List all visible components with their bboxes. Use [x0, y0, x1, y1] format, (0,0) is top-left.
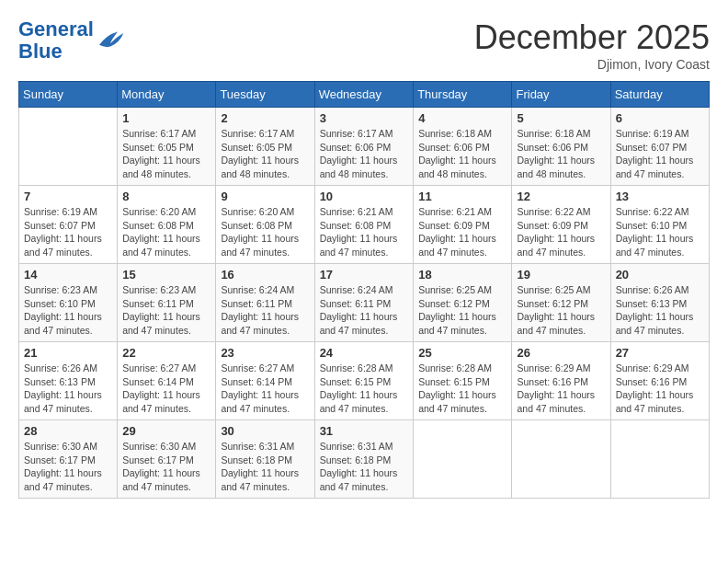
day-info: Sunrise: 6:21 AM Sunset: 6:09 PM Dayligh… [418, 205, 506, 259]
page-header: General Blue December 2025 Djimon, Ivory… [18, 18, 710, 72]
column-header-wednesday: Wednesday [314, 82, 414, 108]
calendar-cell: 30Sunrise: 6:31 AM Sunset: 6:18 PM Dayli… [216, 420, 314, 499]
day-info: Sunrise: 6:22 AM Sunset: 6:09 PM Dayligh… [517, 205, 605, 259]
day-number: 4 [418, 111, 506, 125]
column-header-saturday: Saturday [610, 82, 709, 108]
calendar-cell: 21Sunrise: 6:26 AM Sunset: 6:13 PM Dayli… [19, 342, 118, 420]
day-info: Sunrise: 6:24 AM Sunset: 6:11 PM Dayligh… [320, 283, 409, 338]
calendar-cell: 24Sunrise: 6:28 AM Sunset: 6:15 PM Dayli… [314, 342, 414, 420]
column-header-thursday: Thursday [414, 82, 512, 108]
calendar-cell [414, 420, 512, 499]
day-info: Sunrise: 6:20 AM Sunset: 6:08 PM Dayligh… [122, 205, 210, 259]
day-info: Sunrise: 6:24 AM Sunset: 6:11 PM Dayligh… [221, 283, 309, 338]
day-info: Sunrise: 6:17 AM Sunset: 6:05 PM Dayligh… [122, 127, 210, 181]
day-number: 31 [320, 424, 409, 438]
day-number: 2 [221, 111, 309, 125]
day-info: Sunrise: 6:29 AM Sunset: 6:16 PM Dayligh… [616, 362, 704, 416]
logo: General Blue [18, 18, 125, 63]
week-row-1: 1Sunrise: 6:17 AM Sunset: 6:05 PM Daylig… [19, 108, 710, 186]
calendar-cell: 14Sunrise: 6:23 AM Sunset: 6:10 PM Dayli… [19, 264, 118, 342]
day-number: 28 [24, 424, 112, 438]
calendar-cell [610, 420, 709, 499]
day-info: Sunrise: 6:20 AM Sunset: 6:08 PM Dayligh… [221, 205, 309, 259]
day-number: 25 [418, 346, 506, 360]
location-subtitle: Djimon, Ivory Coast [474, 57, 710, 72]
calendar-cell: 25Sunrise: 6:28 AM Sunset: 6:15 PM Dayli… [414, 342, 512, 420]
day-number: 14 [24, 268, 112, 282]
calendar-table: SundayMondayTuesdayWednesdayThursdayFrid… [18, 81, 710, 499]
day-number: 9 [221, 190, 309, 203]
calendar-cell: 2Sunrise: 6:17 AM Sunset: 6:05 PM Daylig… [216, 108, 314, 186]
logo-bird-icon [96, 28, 125, 53]
day-info: Sunrise: 6:28 AM Sunset: 6:15 PM Dayligh… [320, 362, 409, 416]
column-header-friday: Friday [512, 82, 610, 108]
day-number: 21 [24, 346, 112, 360]
calendar-cell: 19Sunrise: 6:25 AM Sunset: 6:12 PM Dayli… [512, 264, 610, 342]
day-info: Sunrise: 6:25 AM Sunset: 6:12 PM Dayligh… [418, 283, 506, 338]
day-info: Sunrise: 6:27 AM Sunset: 6:14 PM Dayligh… [122, 362, 210, 416]
day-info: Sunrise: 6:26 AM Sunset: 6:13 PM Dayligh… [24, 362, 112, 416]
day-number: 19 [517, 268, 605, 282]
day-number: 11 [418, 190, 506, 203]
column-header-sunday: Sunday [19, 82, 118, 108]
calendar-cell: 11Sunrise: 6:21 AM Sunset: 6:09 PM Dayli… [414, 186, 512, 264]
day-number: 7 [24, 190, 112, 203]
calendar-cell: 4Sunrise: 6:18 AM Sunset: 6:06 PM Daylig… [414, 108, 512, 186]
day-number: 6 [616, 111, 704, 125]
day-number: 10 [320, 190, 409, 203]
calendar-cell: 22Sunrise: 6:27 AM Sunset: 6:14 PM Dayli… [118, 342, 216, 420]
calendar-cell: 17Sunrise: 6:24 AM Sunset: 6:11 PM Dayli… [314, 264, 414, 342]
day-number: 15 [122, 268, 210, 282]
day-number: 26 [517, 346, 605, 360]
day-info: Sunrise: 6:17 AM Sunset: 6:05 PM Dayligh… [221, 127, 309, 181]
day-number: 12 [517, 190, 605, 203]
column-header-monday: Monday [118, 82, 216, 108]
column-header-tuesday: Tuesday [216, 82, 314, 108]
day-number: 13 [616, 190, 704, 203]
calendar-cell: 10Sunrise: 6:21 AM Sunset: 6:08 PM Dayli… [314, 186, 414, 264]
day-number: 29 [122, 424, 210, 438]
calendar-header-row: SundayMondayTuesdayWednesdayThursdayFrid… [19, 82, 710, 108]
calendar-cell: 27Sunrise: 6:29 AM Sunset: 6:16 PM Dayli… [610, 342, 709, 420]
calendar-cell: 23Sunrise: 6:27 AM Sunset: 6:14 PM Dayli… [216, 342, 314, 420]
calendar-cell: 3Sunrise: 6:17 AM Sunset: 6:06 PM Daylig… [314, 108, 414, 186]
calendar-cell: 8Sunrise: 6:20 AM Sunset: 6:08 PM Daylig… [118, 186, 216, 264]
calendar-cell: 12Sunrise: 6:22 AM Sunset: 6:09 PM Dayli… [512, 186, 610, 264]
day-info: Sunrise: 6:27 AM Sunset: 6:14 PM Dayligh… [221, 362, 309, 416]
week-row-2: 7Sunrise: 6:19 AM Sunset: 6:07 PM Daylig… [19, 186, 710, 264]
calendar-cell: 29Sunrise: 6:30 AM Sunset: 6:17 PM Dayli… [118, 420, 216, 499]
calendar-cell: 31Sunrise: 6:31 AM Sunset: 6:18 PM Dayli… [314, 420, 414, 499]
logo-text: General Blue [18, 18, 94, 63]
day-info: Sunrise: 6:21 AM Sunset: 6:08 PM Dayligh… [320, 205, 409, 259]
calendar-cell: 1Sunrise: 6:17 AM Sunset: 6:05 PM Daylig… [118, 108, 216, 186]
day-number: 8 [122, 190, 210, 203]
day-info: Sunrise: 6:23 AM Sunset: 6:11 PM Dayligh… [122, 283, 210, 338]
day-number: 5 [517, 111, 605, 125]
calendar-cell: 28Sunrise: 6:30 AM Sunset: 6:17 PM Dayli… [19, 420, 118, 499]
day-number: 18 [418, 268, 506, 282]
calendar-cell: 20Sunrise: 6:26 AM Sunset: 6:13 PM Dayli… [610, 264, 709, 342]
week-row-3: 14Sunrise: 6:23 AM Sunset: 6:10 PM Dayli… [19, 264, 710, 342]
calendar-cell: 7Sunrise: 6:19 AM Sunset: 6:07 PM Daylig… [19, 186, 118, 264]
week-row-5: 28Sunrise: 6:30 AM Sunset: 6:17 PM Dayli… [19, 420, 710, 499]
week-row-4: 21Sunrise: 6:26 AM Sunset: 6:13 PM Dayli… [19, 342, 710, 420]
day-number: 17 [320, 268, 409, 282]
calendar-cell [512, 420, 610, 499]
day-number: 30 [221, 424, 309, 438]
day-number: 23 [221, 346, 309, 360]
calendar-cell: 18Sunrise: 6:25 AM Sunset: 6:12 PM Dayli… [414, 264, 512, 342]
day-info: Sunrise: 6:18 AM Sunset: 6:06 PM Dayligh… [418, 127, 506, 181]
calendar-cell [19, 108, 118, 186]
day-info: Sunrise: 6:18 AM Sunset: 6:06 PM Dayligh… [517, 127, 605, 181]
calendar-cell: 16Sunrise: 6:24 AM Sunset: 6:11 PM Dayli… [216, 264, 314, 342]
day-number: 20 [616, 268, 704, 282]
day-info: Sunrise: 6:28 AM Sunset: 6:15 PM Dayligh… [418, 362, 506, 416]
day-number: 27 [616, 346, 704, 360]
day-info: Sunrise: 6:31 AM Sunset: 6:18 PM Dayligh… [320, 440, 409, 494]
day-info: Sunrise: 6:31 AM Sunset: 6:18 PM Dayligh… [221, 440, 309, 494]
calendar-cell: 13Sunrise: 6:22 AM Sunset: 6:10 PM Dayli… [610, 186, 709, 264]
calendar-cell: 5Sunrise: 6:18 AM Sunset: 6:06 PM Daylig… [512, 108, 610, 186]
day-info: Sunrise: 6:17 AM Sunset: 6:06 PM Dayligh… [320, 127, 409, 181]
day-info: Sunrise: 6:30 AM Sunset: 6:17 PM Dayligh… [122, 440, 210, 494]
day-number: 24 [320, 346, 409, 360]
